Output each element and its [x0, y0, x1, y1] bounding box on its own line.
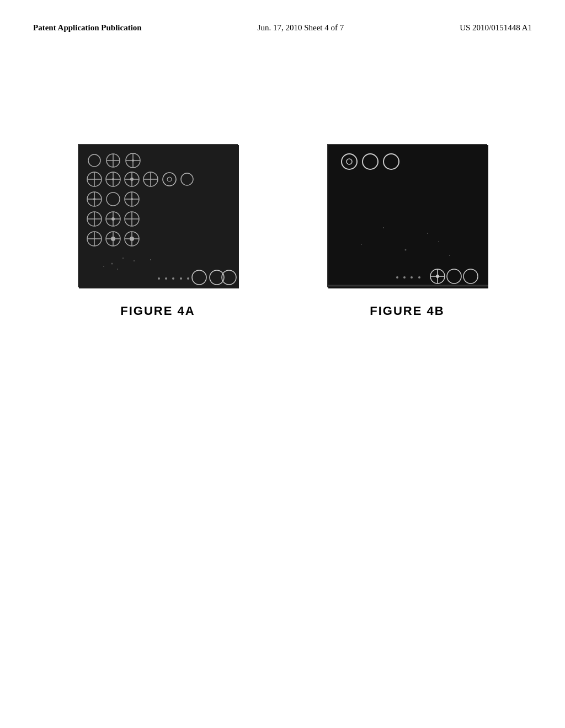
- svg-point-69: [187, 277, 189, 280]
- publication-date-sheet: Jun. 17, 2010 Sheet 4 of 7: [258, 22, 344, 34]
- svg-point-76: [427, 233, 428, 234]
- svg-point-58: [111, 263, 113, 265]
- publication-type: Patent Application Publication: [33, 22, 142, 34]
- figure-4a-block: FIGURE 4A: [78, 144, 238, 318]
- svg-point-19: [130, 178, 134, 181]
- svg-point-59: [150, 259, 151, 260]
- svg-point-87: [396, 276, 398, 279]
- figure-4b-svg: [328, 145, 488, 288]
- publication-number: US 2010/0151448 A1: [460, 22, 532, 34]
- figure-4b-image: [327, 144, 487, 287]
- svg-point-67: [172, 277, 174, 280]
- svg-point-34: [131, 198, 133, 200]
- svg-point-80: [438, 241, 439, 242]
- svg-point-8: [132, 159, 134, 162]
- figure-4a-svg: [79, 145, 239, 288]
- svg-point-41: [111, 217, 115, 221]
- figure-4a-image: [78, 144, 238, 287]
- svg-point-56: [122, 258, 124, 259]
- figure-4a-label: FIGURE 4A: [120, 304, 195, 318]
- main-content: FIGURE 4A: [0, 34, 565, 318]
- figure-4b-block: FIGURE 4B: [327, 144, 487, 318]
- svg-point-15: [112, 178, 114, 180]
- svg-point-89: [411, 276, 413, 279]
- svg-point-57: [134, 260, 135, 261]
- svg-point-88: [403, 276, 406, 279]
- svg-point-61: [117, 269, 118, 270]
- svg-point-90: [418, 276, 420, 279]
- figure-4b-label: FIGURE 4B: [370, 304, 444, 318]
- svg-rect-70: [328, 145, 488, 288]
- svg-point-51: [111, 237, 115, 241]
- svg-rect-0: [79, 145, 239, 288]
- svg-point-75: [383, 227, 384, 228]
- svg-point-65: [158, 277, 160, 280]
- svg-point-79: [405, 249, 407, 251]
- svg-point-77: [449, 255, 450, 256]
- svg-point-84: [436, 275, 439, 278]
- svg-point-55: [130, 237, 134, 241]
- page-header: Patent Application Publication Jun. 17, …: [0, 0, 565, 34]
- svg-point-66: [165, 277, 167, 280]
- svg-point-68: [180, 277, 182, 280]
- svg-point-29: [93, 198, 95, 200]
- svg-point-78: [361, 244, 362, 245]
- svg-point-60: [103, 266, 104, 267]
